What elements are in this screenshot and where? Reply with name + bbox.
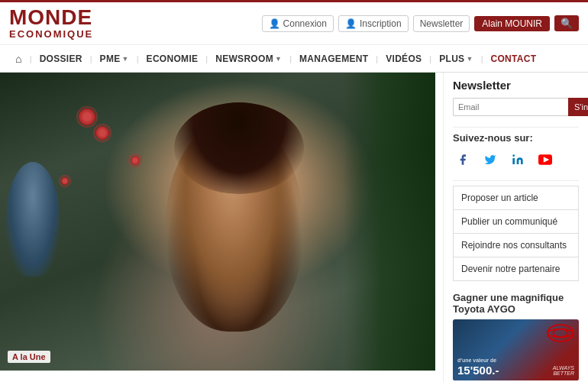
promo-amount: 15'500.-	[457, 364, 499, 377]
email-input[interactable]	[453, 98, 568, 116]
nav-contact[interactable]: CONTACT	[485, 45, 543, 72]
article-area: A la Une Expérience du confinement, à l'…	[0, 73, 443, 382]
nav-sep-7: |	[429, 54, 431, 63]
nav-sep-8: |	[481, 54, 483, 63]
inscription-label: Inscription	[360, 18, 402, 29]
newsletter-top-button[interactable]: Newsletter	[413, 15, 470, 32]
nav-economie[interactable]: ECONOMIE	[141, 45, 205, 72]
nav-newsroom[interactable]: NEWSROOM ▼	[209, 45, 288, 72]
subscribe-button[interactable]: S'inscrire	[568, 98, 588, 116]
toyota-logo-area	[547, 324, 574, 345]
nav-videos-label: VIDÉOS	[386, 53, 422, 64]
promo-title-line2: Toyota AYGO	[453, 303, 515, 315]
covid-particle-3	[79, 108, 95, 125]
toyota-slogan: ALWAYSBETTER	[553, 365, 574, 376]
devenir-partenaire-button[interactable]: Devenir notre partenaire	[453, 257, 579, 281]
newsletter-top-label: Newsletter	[420, 18, 464, 29]
newsroom-dropdown-icon: ▼	[275, 55, 282, 63]
top-right-actions: 👤 Connexion 👤 Inscription Newsletter Ala…	[262, 15, 579, 32]
svg-point-0	[512, 154, 515, 157]
nav-plus-label: PLUS	[439, 53, 464, 64]
rejoindre-consultants-button[interactable]: Rejoindre nos consultants	[453, 233, 579, 257]
nav-home[interactable]: ⌂	[9, 45, 28, 72]
nav-plus[interactable]: PLUS ▼	[433, 45, 479, 72]
covid-particle-1	[95, 126, 109, 140]
user-name-label: Alain MOUNIR	[482, 18, 542, 29]
nav-newsroom-label: NEWSROOM	[215, 53, 273, 64]
rejoindre-consultants-label: Rejoindre nos consultants	[461, 240, 567, 251]
proposer-article-label: Proposer un article	[461, 193, 538, 203]
mask-figure	[6, 162, 60, 277]
connexion-label: Connexion	[283, 18, 327, 29]
svg-point-5	[548, 329, 573, 338]
nav-pme[interactable]: PME ▼	[94, 45, 135, 72]
plus-dropdown-icon: ▼	[466, 55, 473, 63]
inscription-button[interactable]: 👤 Inscription	[338, 15, 409, 32]
hero-image-inner	[0, 73, 435, 371]
connexion-button[interactable]: 👤 Connexion	[262, 15, 334, 32]
woman-hair	[174, 102, 304, 194]
top-bar: MONDE ECONOMIQUE 👤 Connexion 👤 Inscripti…	[0, 2, 588, 45]
publier-communique-button[interactable]: Publier un communiqué	[453, 209, 579, 233]
devenir-partenaire-label: Devenir notre partenaire	[461, 264, 560, 274]
promo-title: Gagner une magnifique Toyota AYGO	[453, 292, 579, 315]
promo-section: Gagner une magnifique Toyota AYGO ALWAYS…	[453, 292, 579, 380]
nav-bar: ⌂ | DOSSIER | PME ▼ | ECONOMIE | NEWSROO…	[0, 45, 588, 73]
promo-value-label: d'une valeur de	[457, 358, 499, 364]
sidebar: Newsletter S'inscrire Suivez-nous sur:	[443, 73, 588, 382]
article-title-area: Expérience du confinement, à l'origine d…	[0, 371, 443, 382]
nav-videos[interactable]: VIDÉOS	[380, 45, 428, 72]
nav-sep-5: |	[289, 54, 292, 63]
pme-dropdown-icon: ▼	[122, 55, 129, 63]
nav-management[interactable]: MANAGEMENT	[293, 45, 374, 72]
user-name-button[interactable]: Alain MOUNIR	[474, 16, 550, 31]
svg-point-3	[548, 325, 573, 342]
nav-contact-label: CONTACT	[491, 53, 537, 64]
follow-section: Suivez-nous sur:	[453, 132, 579, 170]
logo-economique: ECONOMIQUE	[9, 28, 93, 40]
user-add-icon: 👤	[345, 18, 357, 29]
promo-title-line1: Gagner une magnifique	[453, 292, 564, 303]
subscribe-label: S'inscrire	[574, 102, 588, 112]
logo-monde: MONDE	[9, 7, 93, 28]
search-icon: 🔍	[561, 18, 573, 29]
nav-sep-3: |	[137, 54, 139, 63]
main-content: A la Une Expérience du confinement, à l'…	[0, 73, 588, 382]
nav-pme-label: PME	[100, 53, 121, 64]
nav-management-label: MANAGEMENT	[299, 53, 368, 64]
nav-dossier[interactable]: DOSSIER	[34, 45, 89, 72]
social-icons	[453, 150, 579, 170]
hero-image: A la Une	[0, 73, 435, 371]
nav-sep-4: |	[205, 54, 208, 63]
toyota-logo-icon	[547, 324, 574, 342]
article-title[interactable]: Expérience du confinement, à l'origine d…	[0, 378, 434, 382]
plants-overlay	[344, 73, 435, 371]
facebook-icon[interactable]	[453, 150, 473, 170]
article-category[interactable]: A la Une	[8, 351, 50, 363]
nav-sep-6: |	[376, 54, 378, 63]
article-title-line1: Expérience du confinement, à l'origine d…	[0, 379, 400, 382]
action-links: Proposer un article Publier un communiqu…	[453, 186, 579, 281]
follow-title: Suivez-nous sur:	[453, 132, 579, 144]
home-icon: ⌂	[15, 53, 22, 65]
promo-text-overlay: d'une valeur de 15'500.-	[457, 358, 499, 377]
search-button[interactable]: 🔍	[554, 15, 579, 31]
email-row: S'inscrire	[453, 98, 579, 116]
nav-sep-1: |	[30, 54, 32, 63]
newsletter-widget-title: Newsletter	[453, 79, 579, 92]
covid-particle-4	[61, 177, 69, 185]
twitter-icon[interactable]	[480, 150, 500, 170]
proposer-article-button[interactable]: Proposer un article	[453, 186, 579, 209]
nav-sep-2: |	[90, 54, 92, 63]
publier-communique-label: Publier un communiqué	[461, 216, 557, 227]
divider-1	[453, 127, 579, 128]
user-icon: 👤	[269, 18, 280, 29]
nav-dossier-label: DOSSIER	[40, 53, 82, 64]
svg-point-4	[553, 329, 567, 338]
newsletter-widget: Newsletter S'inscrire	[453, 79, 579, 116]
linkedin-icon[interactable]	[508, 150, 528, 170]
promo-inner: ALWAYSBETTER d'une valeur de 15'500.-	[453, 319, 579, 380]
promo-box[interactable]: ALWAYSBETTER d'une valeur de 15'500.-	[453, 319, 579, 380]
youtube-icon[interactable]	[535, 150, 555, 170]
logo[interactable]: MONDE ECONOMIQUE	[9, 7, 93, 40]
